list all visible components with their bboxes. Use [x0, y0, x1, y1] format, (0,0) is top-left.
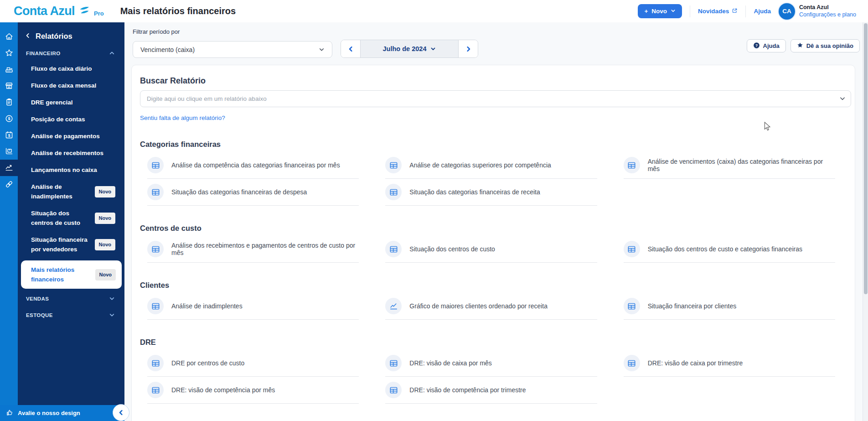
header-divider — [690, 5, 690, 17]
report-label: DRE: visão de competência por trimestre — [409, 386, 526, 394]
report-link[interactable]: Análise de inadimplentes — [147, 293, 359, 320]
account-menu[interactable]: CA Conta Azul Configurações e plano — [779, 3, 856, 20]
sidebar-item-label: Análise de recebimentos — [31, 148, 115, 158]
chevron-down-icon — [430, 46, 436, 52]
sidebar-collapse-button[interactable] — [113, 404, 129, 421]
previous-month-button[interactable] — [341, 40, 360, 57]
rail-star-icon[interactable] — [0, 45, 18, 61]
report-search — [140, 90, 851, 107]
rail-link-icon[interactable] — [0, 176, 18, 192]
table-icon — [147, 157, 164, 173]
report-link[interactable]: Situação dos centros de custo — [385, 236, 597, 263]
report-link[interactable]: Situação das categorias financeiras de r… — [385, 179, 597, 206]
report-link[interactable]: Análise de categorias superiores por com… — [385, 152, 597, 179]
rail-dollar-circle-icon[interactable]: $ — [0, 110, 18, 127]
thumbs-up-icon — [6, 409, 14, 418]
report-label: Situação das categorias financeiras de d… — [171, 188, 307, 196]
sidebar-item[interactable]: Mais relatórios financeirosNovo — [21, 260, 122, 289]
section-title: Categorias financeiras — [140, 140, 851, 149]
novo-button[interactable]: + Novo — [638, 4, 682, 18]
chevron-right-icon — [465, 46, 472, 52]
month-select[interactable]: Julho de 2024 — [360, 40, 459, 57]
sidebar-section-estoque[interactable]: ESTOQUE — [18, 308, 124, 322]
rail-store-icon[interactable] — [0, 78, 18, 94]
table-icon — [147, 298, 164, 314]
ajuda-link[interactable]: Ajuda — [754, 8, 771, 15]
report-label: DRE: visão de caixa por mês — [409, 359, 492, 367]
vertical-scrollbar[interactable] — [863, 22, 868, 421]
missing-report-link[interactable]: Sentiu falta de algum relatório? — [140, 114, 225, 121]
conta-azul-app: Conta Azul Pro Mais relatórios financeir… — [0, 0, 868, 421]
report-link[interactable]: DRE: visão de competência por mês — [147, 377, 359, 404]
sidebar-section-vendas[interactable]: VENDAS — [18, 291, 124, 306]
report-link[interactable]: Situação dos centros de custo e categori… — [624, 236, 835, 263]
table-icon — [624, 298, 640, 314]
scrollbar-thumb[interactable] — [864, 23, 868, 294]
sidebar-item[interactable]: Análise de pagamentos — [18, 128, 124, 145]
sidebar-item[interactable]: Situação dos centros de custoNovo — [18, 205, 124, 231]
feedback-button[interactable]: Dê a sua opinião — [790, 39, 860, 52]
reports-back-button[interactable]: Relatórios — [18, 29, 124, 44]
sidebar-section-financeiro[interactable]: FINANCEIRO — [18, 46, 124, 60]
novo-badge: Novo — [95, 186, 116, 198]
report-link[interactable]: Gráfico de maiores clientes ordenado por… — [385, 293, 597, 320]
sidebar-item[interactable]: Posição de contas — [18, 111, 124, 128]
report-link[interactable]: Situação das categorias financeiras de d… — [147, 179, 359, 206]
report-search-input[interactable] — [140, 90, 851, 107]
report-grid: Análise da competência das categorias fi… — [147, 152, 835, 206]
report-link[interactable]: DRE por centros de custo — [147, 350, 359, 377]
sidebar-item[interactable]: Fluxo de caixa diário — [18, 60, 124, 77]
sidebar-item-label: Fluxo de caixa diário — [31, 64, 115, 73]
table-icon — [624, 157, 640, 173]
chevron-down-icon — [671, 8, 676, 15]
chevron-left-icon — [25, 32, 31, 41]
table-icon — [147, 355, 164, 371]
period-type-select[interactable]: Vencimento (caixa) — [133, 41, 332, 58]
sidebar-item[interactable]: DRE gerencial — [18, 94, 124, 111]
next-month-button[interactable] — [459, 40, 478, 57]
sidebar-item[interactable]: Lançamentos no caixa — [18, 161, 124, 178]
design-feedback-bar[interactable]: Avalie o nosso design — [0, 405, 124, 421]
table-icon — [385, 241, 402, 257]
report-link[interactable]: Análise da competência das categorias fi… — [147, 152, 359, 179]
rail-clipboard-icon[interactable] — [0, 94, 18, 110]
report-link[interactable]: DRE: visão de competência por trimestre — [385, 377, 597, 404]
report-label: Análise de inadimplentes — [171, 302, 243, 310]
sidebar-item-label: Posição de contas — [31, 114, 115, 124]
sidebar-item[interactable]: Fluxo de caixa mensal — [18, 77, 124, 94]
star-icon — [797, 42, 803, 50]
chevron-up-icon — [109, 50, 115, 56]
rail-package-trolley-icon[interactable] — [0, 143, 18, 160]
pro-label: Pro — [94, 10, 104, 17]
account-settings-link[interactable]: Configurações e plano — [799, 11, 856, 18]
report-grid: Análise dos recebimentos e pagamentos de… — [147, 236, 835, 263]
report-link[interactable]: DRE: visão de caixa por mês — [385, 350, 597, 377]
rail-line-chart-icon[interactable] — [0, 160, 18, 176]
table-icon — [385, 157, 402, 173]
rail-home-icon[interactable] — [0, 28, 18, 45]
conta-azul-logo[interactable]: Conta Azul Pro — [14, 4, 104, 18]
report-label: DRE: visão de competência por mês — [171, 386, 275, 394]
sidebar-item-label: DRE gerencial — [31, 98, 115, 107]
table-icon — [624, 355, 640, 371]
novidades-link[interactable]: Novidades — [698, 8, 738, 15]
chart-icon — [385, 298, 402, 314]
report-label: Situação dos centros de custo — [409, 245, 495, 253]
help-button[interactable]: ? Ajuda — [747, 39, 786, 52]
sidebar-item[interactable]: Análise de inadimplentesNovo — [18, 178, 124, 205]
rail-calendar-dollar-icon[interactable]: $ — [0, 127, 18, 143]
report-link[interactable]: Análise de vencimentos (caixa) das categ… — [624, 152, 835, 179]
sidebar-item[interactable]: Situação financeira por vendedoresNovo — [18, 231, 124, 258]
reports-card: Buscar Relatório Sentiu falta de algum r… — [131, 65, 855, 421]
novo-badge: Novo — [95, 269, 116, 281]
sidebar-item[interactable]: Análise de recebimentos — [18, 145, 124, 161]
report-link[interactable]: DRE: visão de caixa por trimestre — [624, 350, 835, 377]
report-link[interactable]: Análise dos recebimentos e pagamentos de… — [147, 236, 359, 263]
page-title: Mais relatórios financeiros — [120, 6, 236, 16]
external-link-icon — [732, 8, 738, 15]
rail-cash-register-icon[interactable] — [0, 61, 18, 78]
chevron-left-icon — [118, 409, 124, 416]
report-link[interactable]: Situação financeira por clientes — [624, 293, 835, 320]
main-content: Filtrar período por Vencimento (caixa) J… — [124, 22, 863, 421]
chevron-down-icon[interactable] — [839, 95, 846, 104]
